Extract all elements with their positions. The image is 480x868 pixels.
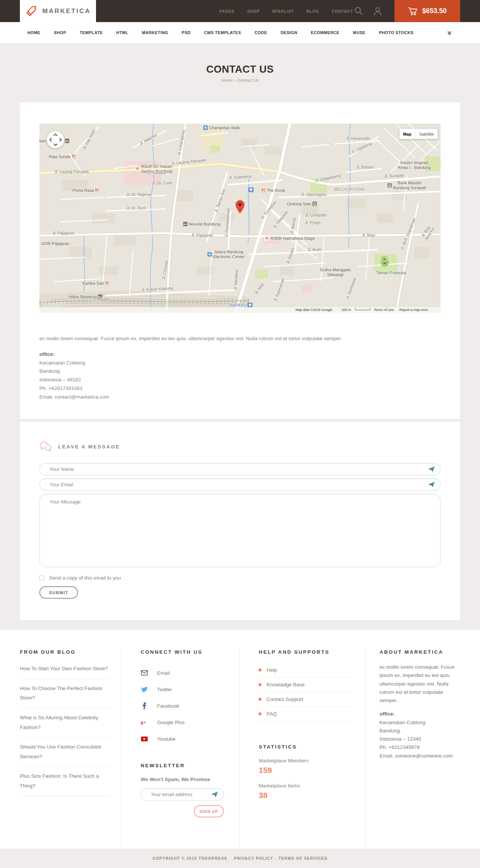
blog-link-how-to-start-your-own-fashion-[interactable]: How To Start Your Own Fashion Store? — [20, 664, 110, 679]
map-label-jl-cikapayang: Jl. Cikapayang — [315, 173, 341, 183]
about-office-block: office: Kecamatan CoblongBandung.Indones… — [380, 710, 460, 760]
breadcrumb-home-link[interactable]: Home — [221, 78, 233, 82]
social-link-email[interactable]: Email — [141, 665, 239, 681]
map-icon-park — [381, 255, 388, 263]
name-input[interactable] — [39, 463, 441, 475]
header-nav-shop[interactable]: SHOP — [247, 9, 260, 13]
map-label-jl-pasteur: Jl. Pasteur — [147, 170, 166, 175]
header-nav-wishlist[interactable]: WISHLIST — [272, 9, 294, 13]
social-link-google-plus[interactable]: g+Google Plus — [141, 714, 239, 731]
map-type-map-button[interactable]: Map — [399, 129, 415, 139]
help-label: Help — [267, 667, 277, 673]
category-nav-shop[interactable]: SHOP — [54, 30, 66, 35]
about-address-line: Indonesia – 12345 — [380, 735, 460, 743]
map-type-satellite-button[interactable]: Satellite — [415, 129, 438, 139]
category-nav-code[interactable]: CODE — [255, 30, 267, 35]
youtube-icon — [141, 737, 148, 741]
map-label-jl-sumbawa: Jl. Sumbawa — [345, 277, 357, 300]
map-label-taman-pramuka: Taman Pramuka — [376, 270, 406, 275]
svg-text:H: H — [136, 167, 139, 171]
social-link-twitter[interactable]: Twitter — [141, 681, 239, 698]
stat-value: 38 — [259, 791, 351, 800]
map-label-rskb-halmahera-siaga: HRSKB Halmahera Siaga — [264, 236, 315, 241]
help-link-knowladge-base[interactable]: Knowladge Base — [259, 678, 351, 692]
map-label-jl-bondol: Jl. Bondol — [356, 165, 374, 169]
category-nav-photo-stocks[interactable]: PHOTO STOCKS — [379, 30, 413, 35]
blog-link-should-you-use-fashion-consult[interactable]: Should You Use Fashion Consultant Servic… — [20, 738, 110, 767]
map-location-marker[interactable] — [236, 200, 244, 215]
category-nav-html[interactable]: HTML — [116, 30, 128, 35]
footer-connect-title: CONNECT WITH US — [141, 649, 239, 655]
category-nav-design[interactable]: DESIGN — [280, 30, 297, 35]
blog-list: How To Start Your Own Fashion Store?How … — [20, 664, 110, 796]
signup-button[interactable]: SIGN UP — [194, 805, 224, 817]
social-label: Youtube — [157, 736, 176, 742]
category-nav-ecommerce[interactable]: ECOMMERCE — [311, 30, 339, 35]
social-link-youtube[interactable]: Youtube — [141, 731, 239, 747]
map-labels-layer: AstoChampelas WalkJl. HasanudinRaja Sund… — [39, 124, 441, 313]
fork-icon — [72, 155, 76, 159]
map-label-novotel-bandung: Novotel Bandung — [183, 222, 220, 227]
map-label-jl-merdeka: Jl. Merdeka — [233, 269, 239, 290]
blog-link-what-is-so-alluring-about-cele[interactable]: What is So Alluring About Celebrity Fash… — [20, 708, 110, 738]
facebook-icon — [141, 702, 148, 709]
map-label-jl-w-r-supratman: Jl. W.R. Supratman — [399, 217, 416, 250]
user-account-icon[interactable] — [374, 7, 382, 17]
email-input[interactable] — [39, 478, 441, 491]
newsletter-field-wrap — [141, 788, 224, 801]
about-address-line: Email. someone@someone.com — [380, 752, 460, 760]
breadcrumb-separator: › — [234, 78, 236, 82]
help-link-contact-support[interactable]: Contact Support — [259, 692, 351, 707]
copyright-link-privacy-policy[interactable]: PRIVACY POLICY — [234, 856, 273, 861]
blog-link-plus-size-fashion-is-there-suc[interactable]: Plus Size Fashion: Is There Such a Thing… — [20, 767, 110, 796]
copyright-separator: . — [275, 856, 277, 861]
blog-link-how-to-choose-the-perfect-fash[interactable]: How To Choose The Perfect Fashion Store? — [20, 679, 110, 708]
office-address-line: Email. contact@marketica.com — [39, 393, 441, 402]
header-nav-blog[interactable]: BLOG — [306, 9, 319, 13]
brand-logo[interactable]: MARKETICA — [20, 0, 96, 22]
send-plane-icon — [428, 481, 435, 487]
search-icon[interactable] — [354, 6, 363, 17]
name-field-wrap — [39, 463, 441, 475]
report-map-error-link[interactable]: Report a map error — [399, 308, 428, 312]
message-textarea[interactable] — [39, 494, 441, 567]
footer: FROM OUR BLOG How To Start Your Own Fash… — [0, 630, 480, 849]
contact-info-card: AstoChampelas WalkJl. HasanudinRaja Sund… — [20, 102, 460, 419]
social-link-facebook[interactable]: Facebook — [141, 698, 239, 714]
category-nav-marketing[interactable]: MARKETING — [142, 30, 168, 35]
map-label-jl-hasanudin: Jl. Hasanudin — [346, 136, 370, 140]
submit-button[interactable]: SUBMIT — [39, 586, 78, 599]
help-link-faq[interactable]: FAQ — [259, 707, 351, 722]
map-label-jl-pajajaran: Jl. Pajajaran — [191, 233, 213, 238]
header-nav-contact[interactable]: CONTACT — [332, 9, 353, 13]
copyright-links: PRIVACY POLICY.TERMS OF SERVICES — [234, 856, 327, 861]
map-label-gedung-sate: Gedung Sate — [287, 202, 317, 206]
newsletter-tagline: We Won't Spam, We Promise — [141, 777, 239, 782]
copyright-link-terms-of-services[interactable]: TERMS OF SERVICES — [279, 856, 327, 861]
map-label-jl-pajajaran: Jl. Pajajaran — [52, 231, 74, 235]
category-nav-template[interactable]: TEMPLATE — [80, 30, 103, 35]
bullet-icon — [259, 683, 261, 686]
google-map[interactable]: AstoChampelas WalkJl. HasanudinRaja Sund… — [39, 124, 441, 313]
map-label-asto: Asto — [39, 139, 46, 143]
category-nav-psd[interactable]: PSD — [182, 30, 190, 35]
statistics-title: STATISTICS — [259, 744, 351, 750]
more-categories-chevron-icon[interactable] — [447, 30, 452, 35]
map-label-jl-industri: Jl. Industri — [92, 296, 110, 302]
map-label-mesjid-pusdai: MESJID PUSDAI — [334, 187, 365, 192]
stat-value: 159 — [259, 766, 351, 775]
category-nav-home[interactable]: HOME — [27, 30, 40, 35]
category-nav-muse[interactable]: MUSE — [353, 30, 365, 35]
terms-of-use-link[interactable]: Terms of Use — [374, 308, 394, 312]
fork-icon — [105, 281, 109, 285]
email-field-wrap — [39, 478, 441, 491]
help-link-help[interactable]: Help — [259, 663, 351, 678]
map-pan-control[interactable] — [47, 131, 64, 148]
cart-button[interactable]: $653.50 — [394, 0, 460, 22]
send-copy-checkbox[interactable] — [39, 575, 44, 580]
header-nav-pages[interactable]: PAGES — [219, 9, 235, 13]
footer-about-title: ABOUT MARKETICA — [380, 649, 460, 655]
send-plane-icon — [428, 466, 435, 472]
map-label-jl-diponegoro: Jl. Diponegoro — [301, 192, 327, 197]
category-nav-cms-templates[interactable]: CMS TEMPLATES — [204, 30, 241, 35]
